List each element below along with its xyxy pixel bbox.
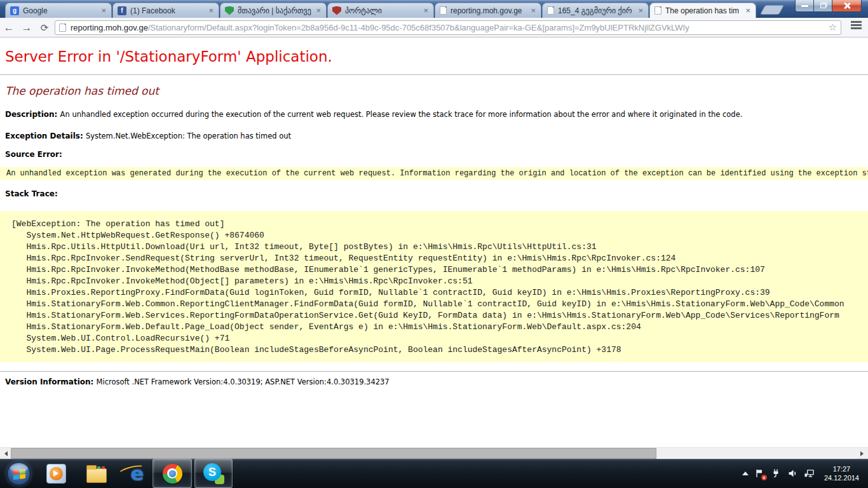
error-subtitle: The operation has timed out [5, 85, 863, 97]
tab-title: The operation has tim [665, 6, 741, 15]
taskbar: e S x [0, 459, 868, 488]
tab-reporting[interactable]: reporting.moh.gov.ge × [435, 3, 541, 18]
restore-icon [820, 3, 826, 8]
tab-portali[interactable]: პორტალი × [327, 3, 434, 18]
facebook-favicon-icon: f [118, 6, 126, 15]
horizontal-scrollbar [0, 447, 868, 458]
tab-title: Google [23, 6, 97, 15]
skype-letter: S [203, 463, 221, 481]
tab-title: reporting.moh.gov.ge [451, 6, 526, 15]
power-plug-icon[interactable] [771, 468, 782, 479]
taskbar-internet-explorer[interactable]: e [122, 459, 153, 488]
scrollbar-thumb[interactable] [11, 448, 656, 459]
play-icon [53, 470, 62, 477]
system-tray: x [742, 459, 868, 488]
page-favicon-icon [654, 6, 661, 15]
tab-google[interactable]: g Google × [5, 3, 112, 18]
tab-close-icon[interactable]: × [745, 6, 751, 15]
error-title: Server Error in '/StationaryForm' Applic… [5, 48, 863, 65]
browser-titlebar: g Google × f (1) Facebook × მთავარი | სა… [0, 0, 868, 18]
folder-icon [86, 468, 107, 483]
scroll-right-button[interactable] [857, 448, 868, 459]
version-information-line: Version Information: Microsoft .NET Fram… [5, 377, 863, 386]
taskbar-windows-media-player[interactable] [41, 459, 71, 488]
tab-operation-timed-out[interactable]: The operation has tim × [649, 3, 756, 18]
exception-details-line: Exception Details: System.Net.WebExcepti… [5, 132, 863, 140]
close-icon [843, 2, 851, 10]
tab-title: პორტალი [345, 6, 419, 15]
chrome-icon [163, 464, 182, 484]
left-arrow-icon [2, 451, 8, 456]
scroll-left-button[interactable] [0, 448, 11, 459]
new-tab-button[interactable] [760, 5, 784, 15]
tab-facebook[interactable]: f (1) Facebook × [112, 3, 219, 18]
tab-close-icon[interactable]: × [100, 6, 107, 15]
source-error-label: Source Error: [5, 150, 863, 159]
forward-button[interactable]: → [18, 22, 36, 33]
windows-logo-icon [7, 462, 31, 485]
media-player-icon [46, 464, 66, 484]
stack-trace-label: Stack Trace: [5, 189, 863, 198]
restore-button[interactable] [814, 0, 832, 12]
exception-details-text: System.Net.WebException: The operation h… [86, 132, 291, 140]
taskbar-windows-explorer[interactable] [81, 459, 112, 488]
description-label: Description: [5, 110, 60, 119]
shield-favicon-icon [225, 6, 234, 15]
google-favicon-icon: g [10, 6, 19, 15]
window-controls [795, 0, 862, 12]
stack-trace-box: [WebException: The operation has timed o… [0, 211, 868, 362]
exception-details-label: Exception Details: [5, 132, 86, 140]
show-hidden-icons-button[interactable] [742, 468, 749, 475]
tab-title: 165_4 გეგმიური ქირ [558, 6, 634, 15]
page-content: Server Error in '/StationaryForm' Applic… [0, 37, 868, 447]
page-icon [59, 24, 66, 32]
start-button[interactable] [5, 459, 32, 488]
network-icon[interactable] [804, 468, 815, 479]
divider [0, 74, 868, 75]
url-path: /Stationaryform/Default.aspx?loginToken=… [148, 23, 826, 32]
minimize-icon [801, 5, 808, 7]
taskbar-skype[interactable]: S [194, 459, 233, 488]
back-button[interactable]: ← [0, 22, 18, 33]
hamburger-icon [851, 21, 862, 23]
clock-date: 24.12.2014 [824, 473, 859, 482]
minimize-button[interactable] [795, 0, 814, 12]
volume-speaker-icon[interactable] [787, 468, 798, 479]
tab-close-icon[interactable]: × [423, 6, 429, 15]
version-information-text: Microsoft .NET Framework Version:4.0.303… [97, 377, 390, 386]
clock-time: 17:27 [824, 464, 859, 473]
tab-title: (1) Facebook [130, 6, 204, 15]
alert-badge: x [761, 475, 767, 480]
screen: g Google × f (1) Facebook × მთავარი | სა… [0, 0, 868, 488]
crest-favicon-icon [332, 6, 341, 15]
bookmark-star-icon[interactable]: ☆ [829, 22, 837, 33]
tab-mtavari[interactable]: მთავარი | საქართვე × [220, 3, 327, 18]
address-bar[interactable]: reporting.moh.gov.ge /Stationaryform/Def… [55, 20, 841, 35]
taskbar-google-chrome[interactable] [153, 459, 192, 488]
tab-close-icon[interactable]: × [530, 6, 536, 15]
page-favicon-icon [547, 6, 554, 15]
source-error-box: An unhandled exception was generated dur… [0, 167, 868, 180]
skype-icon: S [203, 463, 224, 484]
description-text: An unhandled exception occurred during t… [60, 110, 743, 119]
tab-close-icon[interactable]: × [637, 6, 644, 15]
version-information-label: Version Information: [5, 377, 97, 386]
tab-title: მთავარი | საქართვე [238, 6, 311, 15]
tab-165-4[interactable]: 165_4 გეგმიური ქირ × [542, 3, 649, 18]
tab-close-icon[interactable]: × [208, 6, 214, 15]
divider [0, 371, 868, 372]
browser-toolbar: ← → ⟳ reporting.moh.gov.ge /Stationaryfo… [0, 18, 868, 37]
reload-button[interactable]: ⟳ [36, 23, 53, 32]
taskbar-clock[interactable]: 17:27 24.12.2014 [820, 464, 863, 482]
action-center-flag-icon[interactable]: x [754, 468, 765, 479]
tab-close-icon[interactable]: × [315, 6, 322, 15]
tab-strip: g Google × f (1) Facebook × მთავარი | სა… [5, 3, 757, 18]
close-window-button[interactable] [832, 0, 862, 12]
right-arrow-icon [860, 451, 866, 456]
page-favicon-icon [440, 6, 447, 15]
description-line: Description: An unhandled exception occu… [5, 110, 863, 119]
url-host: reporting.moh.gov.ge [71, 23, 148, 32]
